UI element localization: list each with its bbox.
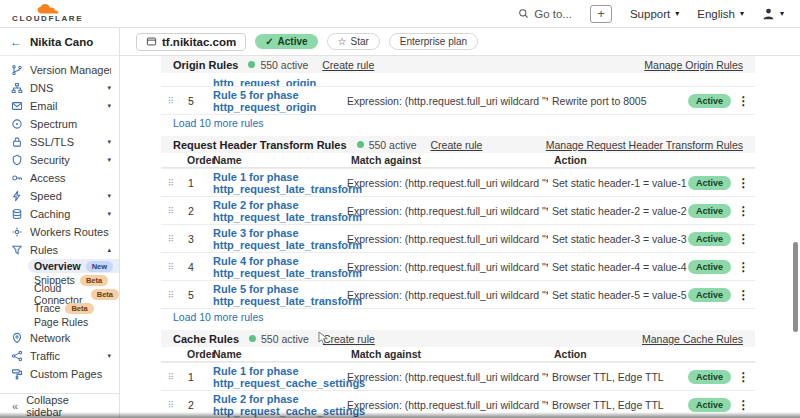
drag-handle-icon[interactable]: ⠿: [161, 206, 181, 216]
kebab-menu-button[interactable]: ⋮: [732, 94, 755, 108]
sidebar-item-custom-pages[interactable]: Custom Pages: [0, 365, 119, 383]
drag-handle-icon[interactable]: ⠿: [161, 262, 181, 272]
rule-name-line1: Rule 5 for phase: [213, 89, 299, 101]
kebab-menu-button[interactable]: ⋮: [732, 370, 755, 384]
drag-handle-icon[interactable]: ⠿: [161, 234, 181, 244]
goto-search[interactable]: Go to...: [518, 8, 572, 20]
manage-cache-rules-link[interactable]: Manage Cache Rules: [642, 333, 743, 345]
sidebar-item-rules[interactable]: Rules ▴: [0, 241, 119, 259]
status-badge: ✓ Active: [255, 34, 317, 49]
sidebar-item-traffic[interactable]: Traffic ▾: [0, 347, 119, 365]
load-more-rules-link[interactable]: Load 10 more rules: [161, 114, 755, 131]
origin-rules-section-header: Origin Rules 550 active Create rule Mana…: [161, 56, 755, 73]
chevron-down-icon: ▾: [107, 192, 111, 200]
rule-name-link[interactable]: Rule 4 for phasehttp_request_late_transf…: [207, 255, 345, 279]
sidebar-item-security[interactable]: Security ▾: [0, 151, 119, 169]
drag-handle-icon[interactable]: ⠿: [161, 290, 181, 300]
status-badge: Active: [688, 260, 731, 274]
add-button[interactable]: +: [590, 5, 612, 23]
chevron-down-icon: ▾: [107, 102, 111, 110]
drag-handle-icon[interactable]: ⠿: [161, 372, 181, 382]
sidebar-item-label: Workers Routes: [30, 226, 111, 238]
rule-name-link[interactable]: Rule 2 for phasehttp_request_late_transf…: [207, 199, 345, 223]
sidebar-item-label: DNS: [30, 82, 100, 94]
account-header[interactable]: ← Nikita Cano: [0, 28, 119, 56]
create-rule-link[interactable]: Create rule: [431, 139, 483, 151]
kebab-menu-button[interactable]: ⋮: [732, 288, 755, 302]
spectrum-icon: [11, 118, 23, 130]
drag-handle-icon[interactable]: ⠿: [161, 178, 181, 188]
rule-name-line1: Rule 3 for phase: [213, 227, 299, 239]
sidebar-item-network[interactable]: Network: [0, 329, 119, 347]
sidebar-subitem-trace[interactable]: Trace Beta: [0, 301, 119, 315]
sidebar-subitem-label: Overview: [34, 260, 81, 272]
rule-name-line1: Rule 4 for phase: [213, 255, 299, 267]
back-arrow-icon[interactable]: ←: [10, 35, 22, 49]
drag-handle-icon[interactable]: ⠿: [161, 96, 181, 106]
rule-name-link[interactable]: Rule 5 for phasehttp_request_late_transf…: [207, 283, 345, 307]
sidebar-item-spectrum[interactable]: Spectrum: [0, 115, 119, 133]
active-dot-icon: [248, 61, 255, 68]
manage-origin-rules-link[interactable]: Manage Origin Rules: [644, 59, 743, 71]
sidebar-subitem-cloud-connector[interactable]: Cloud Connector Beta: [0, 287, 119, 301]
sidebar-item-label: Spectrum: [30, 118, 111, 130]
sidebar-subitem-page-rules[interactable]: Page Rules: [0, 315, 119, 329]
column-match: Match against: [345, 154, 548, 166]
rule-name-link[interactable]: Rule 3 for phasehttp_request_late_transf…: [207, 227, 345, 251]
sidebar-item-access[interactable]: Access: [0, 169, 119, 187]
kebab-menu-button[interactable]: ⋮: [732, 232, 755, 246]
star-button[interactable]: ☆ Star: [327, 33, 380, 50]
sidebar-item-label: Caching: [30, 208, 100, 220]
rules-overview-content: Origin Rules 550 active Create rule Mana…: [120, 56, 800, 418]
kebab-menu-button[interactable]: ⋮: [732, 398, 755, 412]
action-text: Set static header-1 = value-1: [548, 177, 688, 189]
support-menu[interactable]: Support ▾: [630, 8, 679, 20]
kebab-menu-button[interactable]: ⋮: [732, 260, 755, 274]
rule-name-link[interactable]: Rule 5 for phasehttp_request_origin: [207, 89, 345, 113]
sidebar-item-caching[interactable]: Caching ▾: [0, 205, 119, 223]
create-rule-link[interactable]: Create rule: [322, 59, 374, 71]
table-row: ⠿ 4 Rule 4 for phasehttp_request_late_tr…: [161, 252, 755, 280]
goto-label: Go to...: [534, 8, 572, 20]
status-badge: Active: [688, 94, 731, 108]
vertical-scrollbar-thumb[interactable]: [793, 242, 798, 332]
status-badge: Active: [688, 370, 731, 384]
rule-name-line2: http_request_origin: [213, 101, 316, 113]
match-expression: Expression: (http.request.full_uri wildc…: [345, 261, 548, 273]
lock-icon: [11, 136, 23, 148]
active-dot-icon: [249, 335, 256, 342]
sidebar-subitem-overview[interactable]: Overview New: [28, 259, 119, 273]
kebab-menu-button[interactable]: ⋮: [732, 204, 755, 218]
user-menu[interactable]: ▾: [762, 7, 784, 20]
match-expression: Expression: (http.request.full_uri wildc…: [345, 205, 548, 217]
manage-transform-rules-link[interactable]: Manage Request Header Transform Rules: [546, 139, 743, 151]
status-badge: Active: [688, 204, 731, 218]
sidebar-item-workers-routes[interactable]: Workers Routes: [0, 223, 119, 241]
sidebar-item-version-management[interactable]: Version Management: [0, 61, 119, 79]
order-cell: 1: [181, 177, 207, 189]
section-title: Cache Rules: [173, 333, 239, 345]
rule-name-link[interactable]: Rule 1 for phasehttp_request_late_transf…: [207, 171, 345, 195]
chevron-down-icon: ▾: [107, 138, 111, 146]
rule-name-link[interactable]: Rule 1 for phasehttp_request_cache_setti…: [207, 365, 345, 389]
sidebar-item-email[interactable]: Email ▾: [0, 97, 119, 115]
chevron-down-icon: ▾: [107, 352, 111, 360]
rule-name-link[interactable]: http_request_origin: [213, 77, 316, 86]
sidebar-item-speed[interactable]: Speed ▾: [0, 187, 119, 205]
kebab-menu-button[interactable]: ⋮: [732, 176, 755, 190]
domain-name: tf.nikitac.com: [162, 36, 236, 48]
action-text: Set static header-4 = value-4: [548, 261, 688, 273]
section-title: Origin Rules: [173, 59, 238, 71]
rule-name-line1: Rule 5 for phase: [213, 283, 299, 295]
table-column-headers: Order Name Match against Action: [161, 347, 755, 362]
cloudflare-logo[interactable]: CLOUDFLARE: [12, 4, 83, 23]
drag-handle-icon[interactable]: ⠿: [161, 400, 181, 410]
load-more-rules-link[interactable]: Load 10 more rules: [161, 308, 755, 325]
create-rule-link[interactable]: Create rule: [323, 333, 375, 345]
status-badge: Active: [688, 398, 731, 412]
language-menu[interactable]: English ▾: [697, 8, 744, 20]
sidebar-item-ssl-tls[interactable]: SSL/TLS ▾: [0, 133, 119, 151]
sidebar-item-dns[interactable]: DNS ▾: [0, 79, 119, 97]
domain-selector[interactable]: tf.nikitac.com: [136, 33, 246, 51]
cloudflare-cloud-icon: [37, 4, 59, 14]
